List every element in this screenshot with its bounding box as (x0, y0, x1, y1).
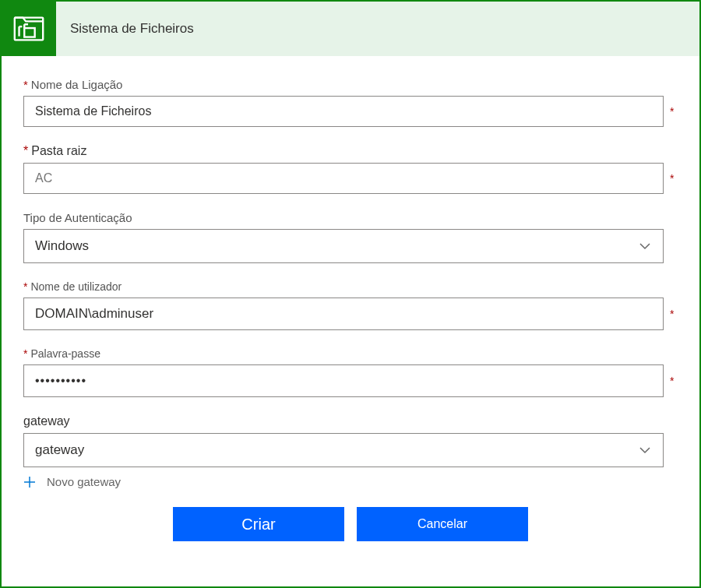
new-gateway-label: Novo gateway (47, 475, 121, 488)
password-group: *Palavra-passe * (23, 347, 678, 397)
chevron-down-icon (638, 239, 652, 253)
cancel-button[interactable]: Cancelar (357, 507, 528, 541)
create-button[interactable]: Criar (173, 507, 344, 541)
connection-name-row: * (23, 96, 678, 127)
username-group: *Nome de utilizador * (23, 280, 678, 330)
filesystem-icon (2, 2, 56, 56)
auth-type-row: Windows (23, 229, 678, 263)
username-label: *Nome de utilizador (23, 280, 678, 293)
form-container: *Nome da Ligação * *Pasta raiz * Tipo de… (2, 56, 699, 586)
dialog-header: Sistema de Ficheiros (2, 2, 699, 56)
gateway-group: gateway gateway Novo gateway (23, 414, 678, 488)
gateway-value: gateway (35, 442, 84, 458)
password-input[interactable] (23, 364, 664, 397)
root-folder-row: * (23, 163, 678, 194)
root-folder-group: *Pasta raiz * (23, 144, 678, 194)
required-indicator-icon: * (670, 375, 678, 387)
connection-name-group: *Nome da Ligação * (23, 78, 678, 127)
dialog-title: Sistema de Ficheiros (70, 21, 194, 37)
username-row: * (23, 298, 678, 330)
new-gateway-link[interactable]: Novo gateway (23, 475, 678, 488)
auth-type-label: Tipo de Autenticação (23, 211, 678, 224)
required-indicator-icon: * (670, 105, 678, 118)
username-input[interactable] (23, 298, 664, 330)
connection-name-label: *Nome da Ligação (23, 78, 678, 91)
gateway-label: gateway (23, 414, 678, 428)
password-row: * (23, 364, 678, 397)
auth-type-group: Tipo de Autenticação Windows (23, 211, 678, 263)
button-row: Criar Cancelar (23, 507, 678, 541)
plus-icon (23, 476, 36, 488)
gateway-row: gateway (23, 433, 678, 467)
svg-rect-1 (24, 28, 34, 37)
auth-type-select[interactable]: Windows (23, 229, 664, 263)
root-folder-input[interactable] (23, 163, 664, 194)
root-folder-label: *Pasta raiz (23, 144, 678, 158)
auth-type-value: Windows (35, 238, 89, 254)
gateway-select[interactable]: gateway (23, 433, 664, 467)
chevron-down-icon (638, 443, 652, 457)
connection-name-input[interactable] (23, 96, 664, 127)
required-indicator-icon: * (670, 172, 678, 185)
required-indicator-icon: * (670, 308, 678, 320)
password-label: *Palavra-passe (23, 347, 678, 360)
